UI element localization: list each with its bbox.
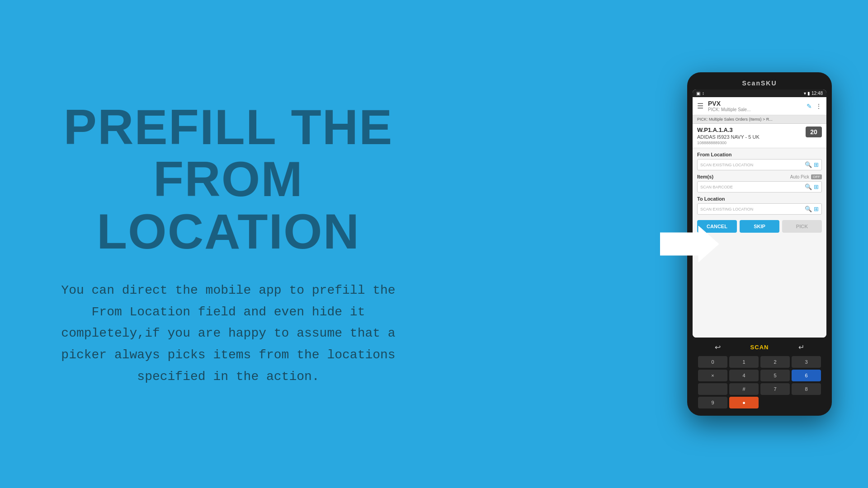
to-location-placeholder: SCAN EXISTING LOCATION (700, 207, 803, 211)
status-bar: ▣ ↕ ▾ ▮ 12:48 (693, 89, 826, 97)
numpad: 0 1 2 3 × 4 5 6 # 7 8 9 ● (695, 356, 824, 408)
key-mult[interactable]: × (698, 370, 727, 381)
network-icon: ↕ (702, 91, 704, 96)
key-2[interactable]: 2 (760, 356, 790, 368)
battery-icon: ▮ (807, 91, 810, 96)
item-code: W.P1.A.1.A.3 (697, 127, 806, 133)
device-brand: ScanSKU (693, 78, 826, 89)
from-location-group: From Location SCAN EXISTING LOCATION 🔍 ⊞ (697, 152, 822, 170)
key-8[interactable]: 8 (792, 383, 821, 395)
scan-button[interactable]: SCAN (750, 344, 769, 351)
key-0[interactable]: 0 (698, 356, 727, 368)
wifi-icon: ▾ (804, 91, 806, 96)
app-title-main: PVX (708, 100, 807, 107)
menu-icon[interactable]: ☰ (697, 102, 703, 110)
item-header: W.P1.A.1.A.3 ADIDAS I5923 NAVY - 5 UK 10… (693, 124, 826, 148)
time-display: 12:48 (811, 91, 823, 96)
key-1[interactable]: 1 (729, 356, 759, 368)
key-hash[interactable]: # (729, 383, 759, 395)
items-placeholder: SCAN BARCODE (700, 185, 803, 189)
edit-icon[interactable]: ✎ (807, 103, 812, 110)
qr-icon[interactable]: ⊞ (814, 161, 819, 168)
arrow-indicator (660, 224, 719, 264)
pick-button[interactable]: PICK (782, 220, 822, 233)
nav-row: ↩ SCAN ↵ (695, 341, 824, 353)
enter-button[interactable]: ↵ (798, 343, 804, 352)
to-search-icon[interactable]: 🔍 (805, 206, 812, 212)
items-label: Item(s) (697, 174, 713, 179)
app-action-icons: ✎ ⋮ (807, 103, 822, 110)
search-icon[interactable]: 🔍 (805, 161, 812, 168)
items-input[interactable]: SCAN BARCODE 🔍 ⊞ (697, 181, 822, 192)
description-text: You can direct the mobile app to prefill… (59, 280, 398, 387)
app-title-sub: PICK: Multiple Sale... (708, 107, 807, 112)
to-qr-icon[interactable]: ⊞ (814, 206, 819, 212)
right-section: ScanSKU ▣ ↕ ▾ ▮ 12:48 ☰ PVX P (687, 72, 832, 416)
barcode-search-icon[interactable]: 🔍 (805, 183, 812, 190)
app-title: PVX PICK: Multiple Sale... (708, 100, 807, 112)
to-location-group: To Location SCAN EXISTING LOCATION 🔍 ⊞ (697, 196, 822, 215)
key-3[interactable]: 3 (792, 356, 821, 368)
from-location-input[interactable]: SCAN EXISTING LOCATION 🔍 ⊞ (697, 159, 822, 170)
key-5[interactable]: 5 (760, 370, 790, 381)
to-location-input[interactable]: SCAN EXISTING LOCATION 🔍 ⊞ (697, 203, 822, 215)
item-name: ADIDAS I5923 NAVY - 5 UK (697, 134, 806, 140)
status-right-icons: ▾ ▮ 12:48 (804, 91, 823, 96)
item-quantity: 20 (806, 127, 822, 137)
device-bottom: ↩ SCAN ↵ 0 1 2 3 × 4 5 6 # 7 8 9 ● (693, 338, 826, 410)
auto-pick-label: Auto Pick (790, 174, 809, 179)
key-empty (698, 383, 727, 395)
auto-pick-badge: Auto Pick OFF (790, 174, 822, 179)
item-barcode: 1088888889300 (697, 141, 806, 145)
key-6[interactable]: 6 (792, 370, 821, 381)
item-info: W.P1.A.1.A.3 ADIDAS I5923 NAVY - 5 UK 10… (697, 127, 806, 145)
key-9[interactable]: 9 (698, 397, 727, 408)
items-group: Item(s) Auto Pick OFF SCAN BARCODE 🔍 ⊞ (697, 174, 822, 192)
signal-icon: ▣ (696, 91, 700, 96)
from-location-label: From Location (697, 152, 822, 157)
barcode-qr-icon[interactable]: ⊞ (814, 183, 819, 190)
more-icon[interactable]: ⋮ (816, 103, 822, 110)
page-title: PREFILL THE FROM LOCATION (36, 101, 420, 258)
auto-pick-value: OFF (811, 174, 822, 179)
skip-button[interactable]: SKIP (740, 220, 779, 233)
svg-marker-0 (660, 226, 719, 262)
breadcrumb: PICK: Multiple Sales Orders (Items) > R.… (693, 115, 826, 124)
status-left-icons: ▣ ↕ (696, 91, 704, 96)
from-location-placeholder: SCAN EXISTING LOCATION (700, 163, 803, 167)
left-section: PREFILL THE FROM LOCATION You can direct… (36, 101, 420, 387)
app-bar: ☰ PVX PICK: Multiple Sale... ✎ ⋮ (693, 97, 826, 115)
device-screen: ▣ ↕ ▾ ▮ 12:48 ☰ PVX PICK: Multiple Sale.… (693, 89, 826, 338)
key-red[interactable]: ● (729, 397, 759, 408)
to-location-label: To Location (697, 196, 822, 202)
back-button[interactable]: ↩ (715, 343, 721, 352)
items-label-row: Item(s) Auto Pick OFF (697, 174, 822, 179)
key-7[interactable]: 7 (760, 383, 790, 395)
key-4[interactable]: 4 (729, 370, 759, 381)
